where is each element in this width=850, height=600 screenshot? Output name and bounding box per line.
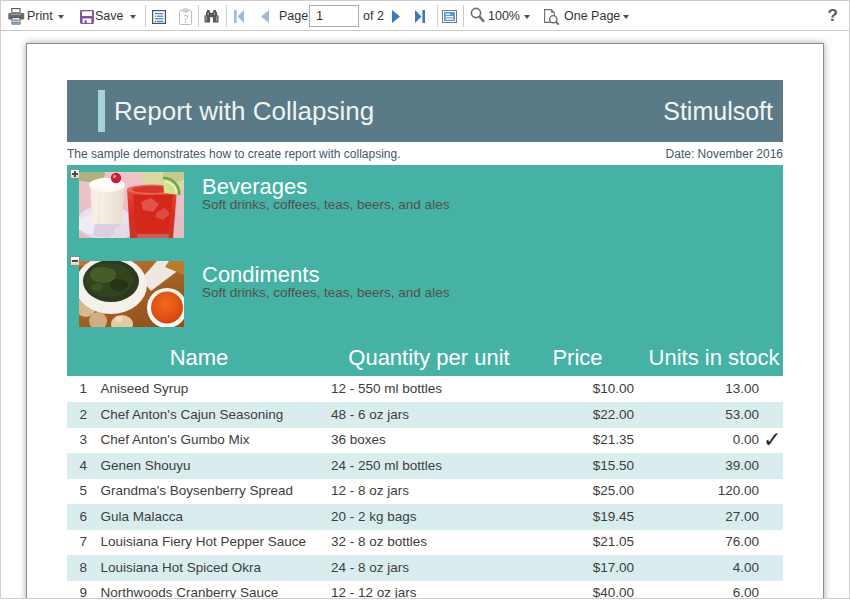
svg-text:?: ? <box>183 13 188 23</box>
